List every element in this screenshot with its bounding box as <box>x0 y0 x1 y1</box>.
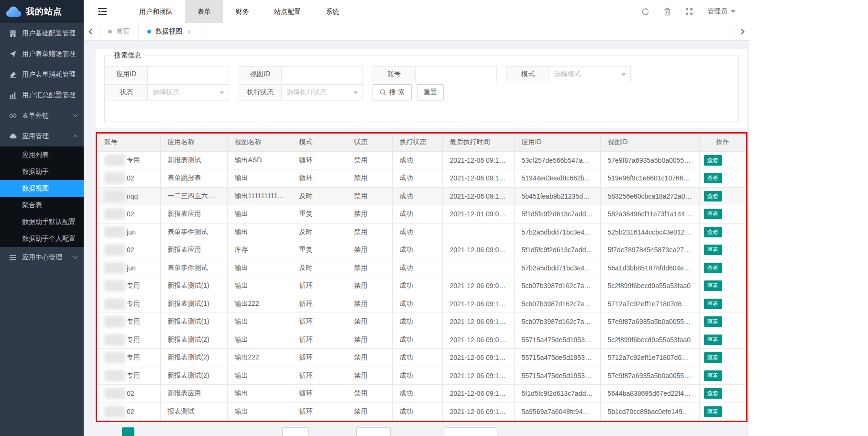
redacted-account-blur <box>104 370 125 381</box>
cell-app-name: 新报表应用 <box>160 385 227 403</box>
view-button[interactable]: 查看 <box>704 406 722 417</box>
field-label: 状态 <box>105 84 148 101</box>
view-button[interactable]: 查看 <box>704 280 722 291</box>
refresh-icon[interactable] <box>641 8 649 16</box>
cell-last-run: 2021-12-06 09:10:09 <box>442 402 514 421</box>
pagination-page-size-select[interactable] <box>445 427 497 436</box>
top-nav: 用户和团队表单财务站点配置系统 <box>127 0 352 23</box>
top-nav-item[interactable]: 用户和团队 <box>127 0 185 23</box>
执行状态-select[interactable]: 选择执行状态 <box>282 84 363 101</box>
table-row[interactable]: 专用新报表测试(1)输出循环禁用成功2021-12-06 09:10:085cb… <box>97 313 746 331</box>
sidebar-submenu: 应用列表数据助手数据视图聚合表数据助手默认配置数据助手个人配置 <box>0 146 84 247</box>
cell-view-name: 输出 <box>227 402 292 421</box>
sidebar-item[interactable]: 应用中心管理 <box>0 247 84 268</box>
view-button[interactable]: 查看 <box>704 263 722 273</box>
send-icon <box>9 51 17 57</box>
cell-actions: 查看启用 <box>699 295 746 313</box>
tab-scroll-right[interactable] <box>734 23 749 40</box>
column-header: 应用ID <box>514 134 600 151</box>
view-button[interactable]: 查看 <box>704 316 722 327</box>
sidebar-subitem[interactable]: 数据助手默认配置 <box>0 213 84 230</box>
视图ID-input[interactable] <box>282 66 363 82</box>
cell-view-id: 583256e60cbca18a272a0f91 <box>600 187 699 205</box>
sidebar-subitem[interactable]: 聚合表 <box>0 197 84 213</box>
sidebar-item[interactable]: 表单外链 <box>0 105 84 126</box>
search-panel: 搜索信息 应用ID视图ID账号模式选择模式状态选择状态执行状态选择执行状态 搜 … <box>96 49 747 128</box>
view-button[interactable]: 查看 <box>704 299 722 309</box>
table-row[interactable]: 02表单跳报表输出循环禁用成功2021-12-06 09:10:1051944e… <box>97 169 746 188</box>
search-button[interactable]: 搜 索 <box>373 84 412 101</box>
table-row[interactable]: 02报表测试输出循环禁用成功2021-12-06 09:10:095a9569a… <box>97 402 746 421</box>
cell-status: 禁用 <box>347 349 392 367</box>
top-nav-item[interactable]: 表单 <box>185 0 223 23</box>
table-row[interactable]: jun表单事件测试输出及时禁用成功57b2a5dbdd71bc3e490688f… <box>97 223 746 241</box>
table-row[interactable]: 专用新报表测试(2)输出循环禁用成功2021-12-06 09:10:09557… <box>97 367 746 385</box>
view-button[interactable]: 查看 <box>704 209 722 219</box>
table-row[interactable]: jun表单事件测试输出及时禁用成功57b2a5dbdd71bc3e490688f… <box>97 259 746 277</box>
table-row[interactable]: 专用新报表测试(1)输出循环禁用成功2021-12-06 09:08:425cb… <box>97 277 746 295</box>
view-button[interactable]: 查看 <box>704 388 722 399</box>
view-button[interactable]: 查看 <box>704 370 722 381</box>
sidebar-item[interactable]: 用户基础配置管理 <box>0 23 84 44</box>
tab-active[interactable]: 数据视图× <box>139 23 200 40</box>
menu-fold-icon[interactable] <box>98 8 107 15</box>
tab-item[interactable]: 首页 <box>99 23 139 40</box>
column-header: 模式 <box>292 134 347 151</box>
sidebar-subitem[interactable]: 数据助手个人配置 <box>0 230 84 247</box>
top-nav-item[interactable]: 站点配置 <box>262 0 313 23</box>
cell-mode: 重复 <box>292 241 347 259</box>
column-header: 账号 <box>97 134 160 151</box>
trash-icon[interactable] <box>664 8 671 16</box>
table-row[interactable]: nqq一二三四五六七八...输出11111111111111及时禁用成功2021… <box>97 187 746 205</box>
view-button[interactable]: 查看 <box>704 245 722 255</box>
top-nav-item[interactable]: 财务 <box>223 0 262 23</box>
cell-mode: 循环 <box>292 331 347 349</box>
account-suffix: 02 <box>127 390 134 397</box>
table-row[interactable]: 专用新报表测试(2)输出循环禁用成功2021-12-06 09:08:42557… <box>97 331 746 349</box>
view-button[interactable]: 查看 <box>704 173 722 183</box>
column-header: 最后执行时间 <box>442 134 514 151</box>
cell-app-id: 5cb07b3987d162c7ad88d6c4 <box>514 277 600 295</box>
cell-view-name: 输出 <box>227 385 292 403</box>
table-row[interactable]: 02新报表应用库存重复禁用成功2021-12-06 09:00:005f1d5f… <box>97 241 746 259</box>
table-row[interactable]: 专用新报表测试(1)输出222循环禁用成功2021-12-06 09:10:12… <box>97 295 746 313</box>
view-button[interactable]: 查看 <box>704 335 722 345</box>
open-tabs: 首页数据视图× <box>99 23 200 40</box>
view-button[interactable]: 查看 <box>704 352 722 363</box>
fullscreen-icon[interactable] <box>685 8 693 15</box>
cell-view-name: 库存 <box>227 241 292 259</box>
table-row[interactable]: 专用新报表测试输出ASD循环禁用成功2021-12-06 09:10:0853c… <box>97 151 746 169</box>
pagination-item[interactable] <box>356 427 391 436</box>
tab-label: 首页 <box>116 27 130 36</box>
状态-select[interactable]: 选择状态 <box>148 84 229 101</box>
cell-account: jun <box>97 223 160 241</box>
模式-select[interactable]: 选择模式 <box>549 66 631 82</box>
pagination-item[interactable] <box>282 427 309 436</box>
view-button[interactable]: 查看 <box>704 191 722 201</box>
brand[interactable]: 我的站点 <box>0 0 84 23</box>
sidebar-subitem[interactable]: 数据助手 <box>0 163 84 180</box>
sidebar-item[interactable]: 用户表单消耗管理 <box>0 64 84 85</box>
sidebar-item[interactable]: 应用管理 <box>0 126 84 146</box>
cell-app-name: 报表测试 <box>160 402 227 421</box>
sidebar-item[interactable]: 用户表单赠送管理 <box>0 44 84 64</box>
table-row[interactable]: 专用新报表测试(2)输出222循环禁用成功2021-12-06 09:10:08… <box>97 349 746 367</box>
sidebar-subitem[interactable]: 应用列表 <box>0 146 84 163</box>
pagination-current-page[interactable] <box>122 427 134 436</box>
sidebar-item[interactable]: 用户汇总配置管理 <box>0 85 84 105</box>
cell-app-name: 表单跳报表 <box>160 169 227 188</box>
应用ID-input[interactable] <box>148 66 229 82</box>
cell-actions: 查看启用 <box>699 205 746 224</box>
user-menu[interactable]: 管理员 <box>707 7 736 16</box>
tab-close-icon[interactable]: × <box>187 28 191 35</box>
table-row[interactable]: 02新报表应用输出循环禁用成功2021-12-06 09:10:085f1d5f… <box>97 385 746 403</box>
table-row[interactable]: 02新报表应用输出重复禁用成功2021-12-01 09:00:005f1d5f… <box>97 205 746 224</box>
账号-input[interactable] <box>416 66 497 82</box>
view-button[interactable]: 查看 <box>704 227 722 237</box>
tab-scroll-left[interactable] <box>84 23 99 40</box>
sidebar-subitem-active[interactable]: 数据视图 <box>0 180 84 197</box>
reset-button[interactable]: 重置 <box>417 84 444 101</box>
top-nav-item[interactable]: 系统 <box>313 0 352 23</box>
tab-status-dot <box>147 30 151 34</box>
view-button[interactable]: 查看 <box>704 155 722 166</box>
